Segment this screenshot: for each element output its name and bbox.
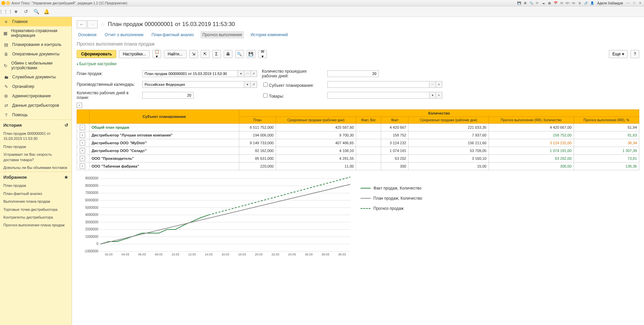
- cloud-icon[interactable]: ☁: [541, 1, 546, 5]
- dropdown-icon[interactable]: ▾: [238, 70, 244, 77]
- goods-checkbox[interactable]: [263, 93, 268, 98]
- svg-text:8000000: 8000000: [85, 184, 98, 188]
- quick-settings-header[interactable]: Быстрые настройки: [72, 60, 644, 68]
- maximize-icon[interactable]: □: [632, 1, 637, 5]
- dropdown-icon[interactable]: ▾: [429, 92, 436, 99]
- m-minus-icon[interactable]: M-: [571, 1, 576, 5]
- calendar-icon[interactable]: 📅: [553, 1, 558, 5]
- zoom-icon[interactable]: ⊕: [577, 1, 582, 5]
- nav-item[interactable]: 🗎Оперативные документы: [0, 49, 72, 59]
- logo-icon: [1, 1, 5, 5]
- svg-text:2000000: 2000000: [85, 227, 98, 231]
- dropdown-icon[interactable]: ▾: [244, 81, 251, 88]
- days-passed-input[interactable]: [327, 70, 379, 77]
- history-icon[interactable]: ↺: [23, 8, 29, 15]
- favorite-item[interactable]: План-фактный анализ: [0, 190, 72, 198]
- history-icon[interactable]: ↺: [65, 123, 68, 128]
- tab[interactable]: Основное: [77, 31, 98, 39]
- star-icon[interactable]: ★: [13, 8, 19, 15]
- favorite-item[interactable]: Торговые точки дистрибьютора: [0, 206, 72, 214]
- user-name[interactable]: Аделя Хабаидзе: [597, 1, 623, 5]
- nav-item[interactable]: ↻Обмен с мобильными устройствами: [0, 59, 72, 72]
- minimize-icon[interactable]: —: [626, 1, 630, 5]
- forward-button[interactable]: →: [88, 20, 98, 28]
- save-icon[interactable]: 💾: [517, 1, 521, 5]
- history-item[interactable]: План продаж: [0, 143, 72, 151]
- expand-button[interactable]: ⇲: [189, 50, 198, 58]
- nav-item[interactable]: ⇄Данные дистрибьюторов: [0, 101, 72, 110]
- subject-input[interactable]: [327, 81, 429, 88]
- calc-icon[interactable]: ▦: [547, 1, 552, 5]
- history-item[interactable]: Устраивает ли Вас скорость доставки това…: [0, 151, 72, 164]
- preview-icon[interactable]: 🔍: [529, 1, 534, 5]
- favorite-item[interactable]: Прогноз выполнения плана продаж: [0, 221, 72, 229]
- tab[interactable]: План-фактный анализ: [150, 31, 195, 39]
- refresh-icon[interactable]: ⟳: [535, 1, 540, 5]
- nav-item[interactable]: 🖿Служебные документы: [0, 72, 72, 82]
- help-button[interactable]: ?: [630, 50, 639, 58]
- ellipsis-icon[interactable]: ⋯: [429, 81, 436, 88]
- row-expand[interactable]: +: [80, 148, 85, 153]
- nav-item[interactable]: ?Помощь: [0, 110, 72, 120]
- collapse-button[interactable]: ⇱: [201, 50, 209, 58]
- row-expand[interactable]: +: [80, 156, 85, 161]
- bell-icon[interactable]: 🔔: [43, 8, 49, 15]
- preview-button[interactable]: 🔍: [235, 50, 244, 58]
- favorite-item[interactable]: Контрагенты дистрибьютора: [0, 214, 72, 221]
- row-expand[interactable]: +: [80, 164, 85, 169]
- link-icon[interactable]: 🔗: [584, 1, 588, 5]
- nav-item[interactable]: ≡Главное: [0, 17, 72, 26]
- apps-icon[interactable]: ⋮⋮⋮: [3, 8, 9, 15]
- row-expand[interactable]: +: [80, 140, 85, 146]
- more-button[interactable]: Еще▾: [609, 50, 628, 58]
- tab[interactable]: Прогноз выполнения: [200, 31, 244, 39]
- back-button[interactable]: ←: [77, 20, 87, 28]
- days-plan-label: Количество рабочих дней в плане:: [77, 91, 138, 100]
- svg-text:1000000: 1000000: [85, 235, 98, 239]
- ellipsis-icon[interactable]: ⋯: [244, 70, 251, 77]
- print-icon[interactable]: 🖶: [523, 1, 527, 5]
- goods-input[interactable]: [327, 92, 429, 99]
- m-icon[interactable]: M: [559, 1, 564, 5]
- open-icon[interactable]: ↗: [251, 81, 257, 88]
- clear-icon[interactable]: ×: [436, 92, 442, 99]
- star-icon[interactable]: ★: [64, 175, 68, 180]
- calendar-label: Производственный календарь:: [77, 82, 138, 87]
- tab[interactable]: Отчет о выполнении: [103, 31, 145, 39]
- settings-button[interactable]: Настройки...: [119, 50, 150, 58]
- nav-item[interactable]: ✎Органайзер: [0, 82, 72, 91]
- m-plus-icon[interactable]: M+: [565, 1, 570, 5]
- search-icon[interactable]: 🔍: [33, 8, 39, 15]
- days-plan-input[interactable]: [142, 92, 194, 99]
- plan-input[interactable]: [142, 70, 238, 77]
- find-button[interactable]: Найти...: [164, 50, 186, 58]
- sum-button[interactable]: Σ: [212, 50, 221, 58]
- open-icon[interactable]: ↗: [251, 70, 257, 77]
- subject-checkbox[interactable]: [263, 82, 268, 87]
- email-button[interactable]: ✉▾: [258, 50, 267, 58]
- tab[interactable]: История изменений: [249, 31, 289, 39]
- calendar-input[interactable]: [142, 81, 244, 88]
- nav-item[interactable]: ⚙Администрирование: [0, 91, 72, 101]
- history-item[interactable]: Довольны ли Вы объемами поставок: [0, 164, 72, 172]
- form-button[interactable]: Сформировать: [77, 50, 116, 58]
- variants-button[interactable]: 📋▾: [152, 50, 161, 58]
- svg-text:3000000: 3000000: [85, 220, 98, 224]
- close-icon[interactable]: ✕: [638, 1, 643, 5]
- save-button[interactable]: 💾: [247, 50, 255, 58]
- nav-icon: ≡: [3, 19, 9, 24]
- row-name: Дистрибьютор "Лучшая оптовая компания": [90, 131, 239, 139]
- favorite-item[interactable]: Выполнение плана продаж: [0, 198, 72, 205]
- nav-label: Данные дистрибьюторов: [12, 103, 59, 108]
- favorite-item[interactable]: План продаж: [0, 182, 72, 190]
- clear-icon[interactable]: ×: [436, 81, 442, 88]
- history-item[interactable]: План продаж 000000001 от 15.03.2019 11:5…: [0, 130, 72, 143]
- print-button[interactable]: 🖶: [224, 50, 232, 58]
- row-expand[interactable]: +: [80, 132, 85, 138]
- row-expand[interactable]: −: [80, 125, 85, 130]
- tabs: ОсновноеОтчет о выполненииПлан-фактный а…: [72, 30, 644, 39]
- favorite-star[interactable]: ☆: [100, 21, 105, 28]
- nav-item[interactable]: ▦Нормативно-справочная информация: [0, 26, 72, 40]
- expand-all-button[interactable]: +: [77, 103, 82, 108]
- nav-item[interactable]: ▤Планирование и контроль: [0, 40, 72, 49]
